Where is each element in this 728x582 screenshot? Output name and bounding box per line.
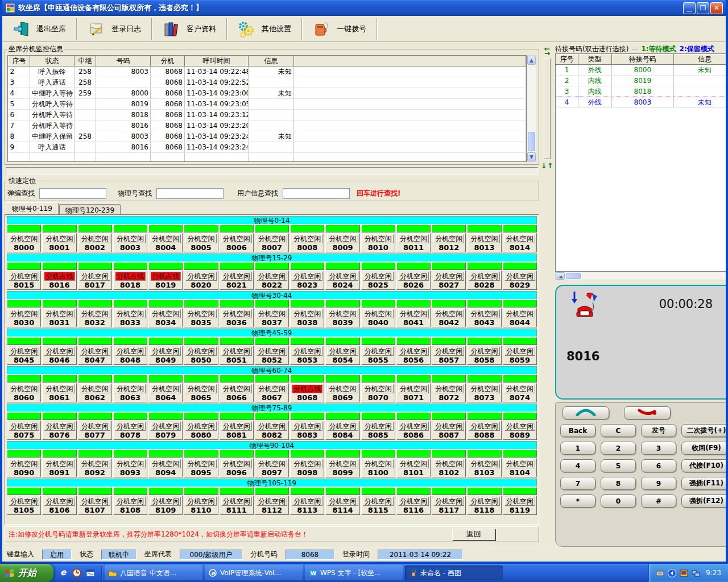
extension-cell[interactable]: 分机空闲8047 xyxy=(78,346,112,365)
waiting-table-row[interactable]: 2内线8019 xyxy=(556,76,726,86)
taskbar-task-button[interactable]: 八国语音 中文语... xyxy=(105,566,202,580)
physical-number-search-input[interactable] xyxy=(156,188,224,199)
other-settings-button[interactable]: 其他设置 xyxy=(230,17,299,41)
dialpad-key[interactable]: 代接(F10) xyxy=(681,459,726,472)
scroll-down-icon[interactable]: ▼ xyxy=(527,152,536,161)
extension-cell[interactable]: 分机空闲8073 xyxy=(467,383,501,402)
extension-cell[interactable]: 分机空闲8092 xyxy=(78,458,112,477)
taskbar-task-button[interactable]: WWPS 文字 - [软坐... xyxy=(305,566,403,580)
close-button[interactable]: ✕ xyxy=(710,2,723,14)
monitor-hscrollbar[interactable] xyxy=(6,167,538,174)
dialpad-key[interactable]: 6 xyxy=(641,459,676,472)
dialpad-key[interactable]: 4 xyxy=(560,459,595,472)
dialpad-key[interactable]: 强拆(F12) xyxy=(681,494,726,508)
extension-cell[interactable]: 分机空闲8093 xyxy=(113,458,147,477)
extension-cell[interactable]: 分机空闲8003 xyxy=(113,233,147,252)
user-info-search-input[interactable] xyxy=(283,188,350,199)
extension-cell[interactable]: 分机空闲8089 xyxy=(503,421,537,440)
extension-cell[interactable]: 分机空闲8012 xyxy=(432,233,466,252)
extension-cell[interactable]: 分机空闲8109 xyxy=(148,496,183,515)
extension-cell[interactable]: 分机空闲8032 xyxy=(78,308,112,327)
extension-cell[interactable]: 分机空闲8080 xyxy=(184,421,218,440)
extension-cell[interactable]: 分机空闲8038 xyxy=(290,308,324,327)
splitter-bar[interactable] xyxy=(544,58,551,159)
exit-agent-button[interactable]: 退出坐席 xyxy=(5,17,74,41)
monitor-table-row[interactable]: 3呼入通话258806811-03-14 09:22:52 xyxy=(9,77,526,88)
extension-cell[interactable]: 分机空闲8079 xyxy=(148,421,183,440)
scroll-left-icon[interactable]: ◄ xyxy=(556,272,565,280)
extension-cell[interactable]: 分机空闲8025 xyxy=(361,271,395,290)
extension-cell[interactable]: 分机空闲8087 xyxy=(432,421,466,440)
extension-cell[interactable]: 分机空闲8088 xyxy=(467,421,501,440)
extension-cell[interactable]: 分机空闲8049 xyxy=(148,346,183,365)
extension-cell[interactable]: 分机空闲8030 xyxy=(7,308,41,327)
extension-cell[interactable]: 分机空闲8021 xyxy=(220,271,254,290)
extension-cell[interactable]: 分机空闲8005 xyxy=(184,233,218,252)
dialpad-key[interactable]: 发号 xyxy=(641,424,676,437)
extension-cell[interactable]: 分机空闲8035 xyxy=(184,308,218,327)
extension-cell[interactable]: 分机空闲8056 xyxy=(396,346,431,365)
one-key-dial-button[interactable]: 一键拨号 xyxy=(305,17,374,41)
splitter-collapse-icon[interactable]: ←→ xyxy=(544,47,550,56)
extension-cell[interactable]: 分机空闲8034 xyxy=(148,308,183,327)
waiting-table-row[interactable]: 4外线8003未知 xyxy=(556,97,726,108)
extension-cell[interactable]: 分机空闲8029 xyxy=(503,271,537,290)
extension-cell[interactable]: 分机空闲8116 xyxy=(396,496,431,515)
popup-search-input[interactable] xyxy=(39,188,106,199)
display-settings-icon[interactable] xyxy=(680,569,688,577)
network-icon[interactable] xyxy=(692,569,700,577)
extension-cell[interactable]: 分机空闲8015 xyxy=(7,271,41,290)
extension-cell[interactable]: 分机空闲8054 xyxy=(325,346,359,365)
extension-cell[interactable]: 分机空闲8048 xyxy=(113,346,147,365)
extension-cell[interactable]: 分机空闲8066 xyxy=(220,383,254,402)
extension-cell[interactable]: 分机空闲8091 xyxy=(42,458,76,477)
extension-cell[interactable]: 分机空闲8033 xyxy=(113,308,147,327)
extension-cell[interactable]: 分机空闲8059 xyxy=(503,346,537,365)
extension-cell[interactable]: 分机空闲8062 xyxy=(78,383,112,402)
extension-cell[interactable]: 分机空闲8119 xyxy=(503,496,537,515)
extension-cell[interactable]: 分机空闲8104 xyxy=(503,458,537,477)
extension-cell[interactable]: 分机空闲8061 xyxy=(42,383,76,402)
extension-cell[interactable]: 分机空闲8081 xyxy=(220,421,254,440)
dialpad-key[interactable]: 强插(F11) xyxy=(681,477,726,490)
extension-cell[interactable]: 分机空闲8118 xyxy=(467,496,501,515)
extension-cell[interactable]: 分机空闲8052 xyxy=(255,346,289,365)
extension-cell[interactable]: 分机空闲8070 xyxy=(361,383,395,402)
extension-cell[interactable]: 分机空闲8002 xyxy=(78,233,112,252)
extension-cell[interactable]: 分机空闲8022 xyxy=(255,271,289,290)
dialpad-key[interactable]: 9 xyxy=(641,477,676,490)
login-log-button[interactable]: 登录日志 xyxy=(80,17,149,41)
monitor-table-row[interactable]: 5分机呼入等待8019806811-03-14 09:23:05 xyxy=(9,99,526,110)
extension-cell[interactable]: 分机空闲8009 xyxy=(325,233,359,252)
extension-cell[interactable]: 分机空闲8114 xyxy=(325,496,359,515)
extension-cell[interactable]: 分机空闲8039 xyxy=(325,308,359,327)
extension-cell[interactable]: 分机空闲8001 xyxy=(42,233,76,252)
extension-cell[interactable]: 分机空闲8101 xyxy=(396,458,431,477)
dialpad-key[interactable]: 5 xyxy=(601,459,636,472)
extension-cell[interactable]: 分机空闲8099 xyxy=(325,458,359,477)
extension-cell[interactable]: 分机空闲8111 xyxy=(220,496,254,515)
extension-cell[interactable]: 分机占线8016 xyxy=(42,271,76,290)
extension-cell[interactable]: 分机空闲8060 xyxy=(7,383,41,402)
extension-cell[interactable]: 分机空闲8057 xyxy=(432,346,466,365)
extension-cell[interactable]: 分机空闲8037 xyxy=(255,308,289,327)
extension-cell[interactable]: 分机空闲8100 xyxy=(361,458,395,477)
extension-cell[interactable]: 分机空闲8031 xyxy=(42,308,76,327)
clock-app-icon[interactable] xyxy=(72,568,82,578)
extension-cell[interactable]: 分机空闲8098 xyxy=(290,458,324,477)
extension-cell[interactable]: 分机空闲8071 xyxy=(396,383,431,402)
extension-cell[interactable]: 分机空闲8050 xyxy=(184,346,218,365)
extension-cell[interactable]: 分机空闲8055 xyxy=(361,346,395,365)
extension-cell[interactable]: 分机空闲8042 xyxy=(432,308,466,327)
tab-physical-120-239[interactable]: 物理号120-239 xyxy=(59,204,121,214)
extension-cell[interactable]: 分机空闲8077 xyxy=(78,421,112,440)
extension-cell[interactable]: 分机空闲8074 xyxy=(503,383,537,402)
extension-cell[interactable]: 分机空闲8053 xyxy=(290,346,324,365)
extension-cell[interactable]: 分机空闲8040 xyxy=(361,308,395,327)
extension-cell[interactable]: 分机空闲8115 xyxy=(361,496,395,515)
extension-cell[interactable]: 分机空闲8007 xyxy=(255,233,289,252)
dialpad-key[interactable]: 收回(F9) xyxy=(681,442,726,455)
extension-cell[interactable]: 分机空闲8084 xyxy=(325,421,359,440)
dialpad-key[interactable]: 3 xyxy=(641,442,676,455)
extension-cell[interactable]: 分机占线8018 xyxy=(113,271,147,290)
